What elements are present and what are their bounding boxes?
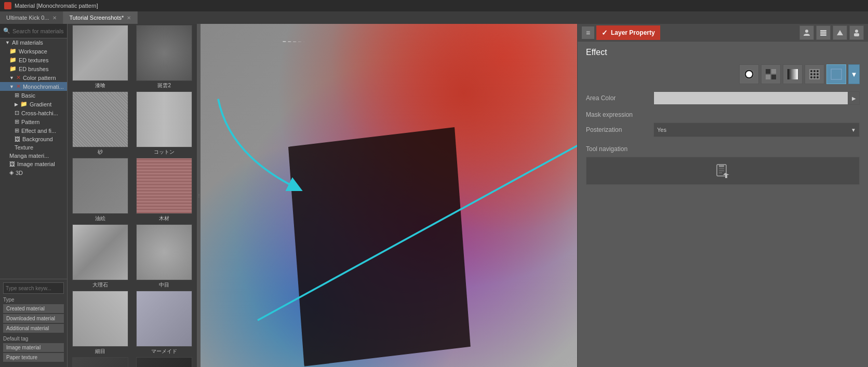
svg-rect-2 xyxy=(820,32,826,34)
thumbnail-label: 細目 xyxy=(95,347,105,356)
person2-icon xyxy=(852,29,861,37)
svg-rect-6 xyxy=(854,33,859,36)
tree-item-label: Pattern xyxy=(21,119,39,125)
svg-rect-13 xyxy=(787,69,798,79)
tree-workspace[interactable]: 📁 Workspace xyxy=(0,47,67,56)
tree-all-materials[interactable]: ▼ All materials xyxy=(0,38,67,47)
tree-ed-brushes[interactable]: 📁 ED brushes xyxy=(0,64,67,73)
layers-icon-btn[interactable] xyxy=(816,25,831,40)
tree-3d[interactable]: ◈ 3D xyxy=(0,168,67,177)
panel-menu-button[interactable]: ≡ xyxy=(582,26,594,39)
effect-blue-btn[interactable] xyxy=(826,64,846,84)
svg-rect-1 xyxy=(820,30,826,32)
thumbnail-item[interactable]: 砂 xyxy=(69,91,132,157)
img-icon: 🖼 xyxy=(15,136,20,142)
hatch-icon: ⊡ xyxy=(15,110,19,116)
panel-bottom: Type Created material Downloaded materia… xyxy=(0,279,67,367)
right-panel-header: ≡ ✓ Layer Property xyxy=(578,24,868,42)
svg-rect-3 xyxy=(820,34,826,36)
effect-checker-btn[interactable] xyxy=(761,64,781,84)
svg-point-22 xyxy=(813,76,816,78)
effect-gradient-btn[interactable] xyxy=(783,64,803,84)
triangle-icon-btn[interactable] xyxy=(833,25,847,40)
tool-navigation-icon xyxy=(715,162,731,179)
check-icon: ✓ xyxy=(602,29,608,37)
thumbnail-item[interactable] xyxy=(69,357,132,367)
area-color-label: Area Color xyxy=(586,94,653,102)
additional-material-btn[interactable]: Additional material xyxy=(3,324,64,333)
tab-kick[interactable]: Ultimate Kick 0... ✕ xyxy=(0,11,63,24)
tree-image-mat[interactable]: 🖼 Image material xyxy=(0,160,67,168)
tree-monochromatic[interactable]: ▼ ✕ Monochromati... xyxy=(0,82,67,91)
tree-texture[interactable]: Texture xyxy=(0,143,67,152)
effect-dots-btn[interactable] xyxy=(805,64,824,84)
posterization-select[interactable]: Yes ▼ xyxy=(653,123,860,137)
thumbnail-item[interactable]: マーメイド xyxy=(133,291,196,356)
thumbnail-item[interactable]: 大理石 xyxy=(69,224,132,290)
person-icon-btn[interactable] xyxy=(799,25,814,40)
tree-ed-textures[interactable]: 📁 ED textures xyxy=(0,56,67,64)
downloaded-material-btn[interactable]: Downloaded material xyxy=(3,314,64,323)
tree-cross-hatch[interactable]: ⊡ Cross-hatchi... xyxy=(0,108,67,117)
area-color-arrow[interactable]: ▶ xyxy=(848,91,860,105)
layer-property-label: Layer Property xyxy=(611,29,655,36)
thumbnail-label: 大理石 xyxy=(92,280,108,290)
svg-point-0 xyxy=(805,30,808,33)
area-color-row: Area Color ▶ xyxy=(586,91,860,105)
thumbnail-item[interactable]: 漆喰 xyxy=(69,25,132,90)
svg-point-5 xyxy=(855,30,858,33)
thumbnail-item[interactable]: 中目 xyxy=(133,224,196,290)
keyword-search-input[interactable] xyxy=(6,286,61,291)
tree-item-label: ED textures xyxy=(19,57,48,63)
app-icon xyxy=(4,2,11,9)
tab-tutorial[interactable]: Tutorial Screenshots* ✕ xyxy=(63,11,138,24)
tree-gradient[interactable]: ▶ 📁 Gradient xyxy=(0,100,67,108)
tree-item-label: ED brushes xyxy=(19,66,48,72)
paper-texture-tag-btn[interactable]: Paper texture xyxy=(3,353,64,362)
svg-point-20 xyxy=(817,73,819,75)
tree-effect-fill[interactable]: ⊞ Effect and fi... xyxy=(0,126,67,135)
thumbnail-item[interactable]: 油絵 xyxy=(69,158,132,223)
thumbnail-item[interactable]: 木材 xyxy=(133,158,196,223)
thumbnail-image xyxy=(72,357,128,367)
tree-basic[interactable]: ⊞ Basic xyxy=(0,91,67,100)
thumbnail-image xyxy=(136,91,192,147)
folder-icon: 📁 xyxy=(9,65,17,72)
dots-icon xyxy=(808,68,821,80)
tree-pattern[interactable]: ⊞ Pattern xyxy=(0,117,67,126)
person2-icon-btn[interactable] xyxy=(849,25,864,40)
svg-point-18 xyxy=(810,73,812,75)
svg-point-8 xyxy=(746,71,752,77)
tab-bar: Ultimate Kick 0... ✕ Tutorial Screenshot… xyxy=(0,11,868,24)
svg-rect-9 xyxy=(766,69,770,74)
expand-icon: ▼ xyxy=(5,40,10,45)
effect-circle-btn[interactable] xyxy=(739,64,759,84)
artwork-selection-border xyxy=(257,41,502,213)
type-label: Type xyxy=(3,297,64,303)
left-panel: 🔍 ▼ All materials 📁 Workspace 📁 ED textu… xyxy=(0,24,68,367)
thumbnail-item[interactable]: コットン xyxy=(133,91,196,157)
layer-property-tab[interactable]: ✓ Layer Property xyxy=(596,25,660,40)
tree-item-label: All materials xyxy=(12,39,43,46)
checker-icon xyxy=(765,68,777,80)
tree-manga-mat[interactable]: Manga materi... xyxy=(0,152,67,160)
svg-rect-11 xyxy=(766,75,770,79)
image-material-tag-btn[interactable]: Image material xyxy=(3,343,64,352)
material-search-input[interactable] xyxy=(12,28,64,34)
tree-color-pattern[interactable]: ▼ ✕ Color pattern xyxy=(0,73,67,82)
tab-kick-close[interactable]: ✕ xyxy=(52,15,57,21)
thumbnail-label: 中目 xyxy=(159,280,169,290)
effect-dropdown-btn[interactable]: ▼ xyxy=(848,64,860,84)
grid-icon: ⊞ xyxy=(15,118,19,125)
posterization-label: Posterization xyxy=(586,126,653,133)
thumbnail-item[interactable]: 細目 xyxy=(69,291,132,356)
svg-point-16 xyxy=(813,70,816,72)
thumbnail-item[interactable]: 斑雲2 xyxy=(133,25,196,90)
created-material-btn[interactable]: Created material xyxy=(3,304,64,313)
svg-point-15 xyxy=(810,70,812,72)
tab-tutorial-close[interactable]: ✕ xyxy=(127,15,131,21)
thumbnail-item[interactable] xyxy=(133,357,196,367)
tree-background[interactable]: 🖼 Background xyxy=(0,135,67,143)
thumbnail-image xyxy=(72,224,128,280)
thumbnail-label: 砂 xyxy=(98,147,103,157)
